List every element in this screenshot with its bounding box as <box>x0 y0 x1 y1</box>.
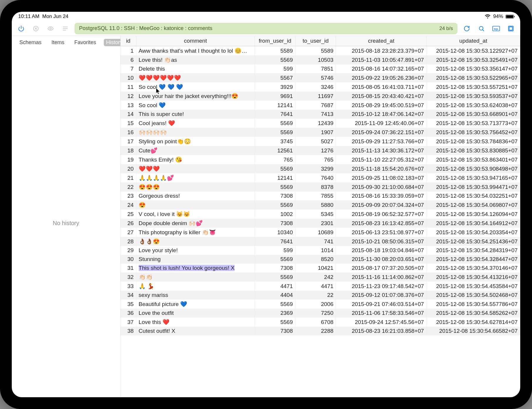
cell-created-at[interactable]: 2015-11-23 09:17:48.542+07 <box>336 282 426 291</box>
cell-to-user-id[interactable]: 10689 <box>295 228 336 237</box>
cell-created-at[interactable]: 2015-11-03 10:05:47.891+07 <box>336 55 426 64</box>
cell-created-at[interactable]: 2015-08-05 16:41:03.711+07 <box>336 82 426 92</box>
cell-to-user-id[interactable]: 22 <box>295 291 336 300</box>
cell-comment[interactable]: 😍 <box>136 200 255 210</box>
cell-from-user-id[interactable]: 7641 <box>255 110 295 119</box>
cell-from-user-id[interactable]: 12561 <box>255 146 295 155</box>
cell-created-at[interactable]: 2015-08-23 16:13:42.855+07 <box>336 219 426 228</box>
cell-to-user-id[interactable]: 7851 <box>295 64 336 73</box>
table-row[interactable]: 14This is super cute!764174132015-10-12 … <box>121 110 520 119</box>
cell-updated-at[interactable]: 2015-12-08 15:30:53.947165+07 <box>426 173 520 182</box>
cell-updated-at[interactable]: 2015-12-08 15:30:54.502468+07 <box>426 291 520 300</box>
cell-comment[interactable]: Love your hair the jacket everything!!!😍 <box>136 92 255 101</box>
cell-id[interactable]: 13 <box>121 101 136 110</box>
cell-to-user-id[interactable]: 1907 <box>295 128 336 137</box>
cell-updated-at[interactable]: 2015-12-08 15:30:54.66582+07 <box>426 327 520 335</box>
cell-created-at[interactable]: 2015-09-24 12:57:45.56+07 <box>336 317 426 327</box>
cell-id[interactable]: 1 <box>121 46 136 56</box>
cell-from-user-id[interactable]: 5569 <box>255 119 295 128</box>
table-row[interactable]: 22😍😍😍556983782015-09-30 21:10:00.684+072… <box>121 182 520 192</box>
cell-updated-at[interactable]: 2015-12-08 15:30:54.251436+07 <box>426 237 520 246</box>
table-row[interactable]: 10❤️❤️❤️❤️❤️❤️556757462015-09-22 19:05:2… <box>121 73 520 82</box>
table-row[interactable]: 24😍556958802015-09-09 20:07:04.324+07201… <box>121 200 520 210</box>
tab-items[interactable]: Items <box>49 39 67 46</box>
cell-from-user-id[interactable]: 5569 <box>255 200 295 210</box>
cell-comment[interactable]: 😍😍😍 <box>136 182 255 192</box>
cell-from-user-id[interactable]: 7641 <box>255 237 295 246</box>
cell-to-user-id[interactable]: 1014 <box>295 246 336 255</box>
cell-to-user-id[interactable]: 8520 <box>295 255 336 264</box>
cell-comment[interactable]: Cutest outfit! X <box>136 327 255 335</box>
cell-to-user-id[interactable]: 7250 <box>295 309 336 317</box>
cell-id[interactable]: 32 <box>121 272 136 282</box>
cell-to-user-id[interactable]: 7687 <box>295 101 336 110</box>
cell-to-user-id[interactable]: 7855 <box>295 192 336 200</box>
cell-comment[interactable]: So cool 💙 <box>136 101 255 110</box>
panels-icon[interactable] <box>506 23 516 34</box>
cell-created-at[interactable]: 2015-11-16 11:14:00.862+07 <box>336 272 426 282</box>
cell-to-user-id[interactable]: 5589 <box>295 46 336 56</box>
cell-comment[interactable]: Delete this <box>136 64 255 73</box>
table-row[interactable]: 16🙌🏻🙌🏻🙌🏻🙌🏻556919072015-09-24 07:36:22.15… <box>121 128 520 137</box>
cell-from-user-id[interactable]: 4471 <box>255 282 295 291</box>
cell-id[interactable]: 27 <box>121 228 136 237</box>
cell-id[interactable]: 16 <box>121 128 136 137</box>
cell-from-user-id[interactable]: 5569 <box>255 272 295 282</box>
cell-to-user-id[interactable]: 11697 <box>295 92 336 101</box>
cell-created-at[interactable]: 2015-11-18 15:54:20.676+07 <box>336 164 426 173</box>
cell-from-user-id[interactable]: 10340 <box>255 228 295 237</box>
cell-updated-at[interactable]: 2015-12-08 15:30:53.908498+07 <box>426 164 520 173</box>
cell-to-user-id[interactable]: 3299 <box>295 164 336 173</box>
cell-updated-at[interactable]: 2015-12-08 15:30:54.284319+07 <box>426 246 520 255</box>
cell-updated-at[interactable]: 2015-12-08 15:30:54.032251+07 <box>426 192 520 200</box>
cell-comment[interactable]: Love the outfit <box>136 309 255 317</box>
cell-comment[interactable]: This photography is killer 👏🏻👅 <box>136 228 255 237</box>
th-updated-at[interactable]: updated_at <box>426 36 520 46</box>
cell-from-user-id[interactable]: 5567 <box>255 73 295 82</box>
cell-id[interactable]: 17 <box>121 137 136 146</box>
cell-id[interactable]: 29 <box>121 246 136 255</box>
cell-comment[interactable]: 👌🏾👌🏾😍 <box>136 237 255 246</box>
cell-id[interactable]: 19 <box>121 155 136 164</box>
cell-to-user-id[interactable]: 2006 <box>295 300 336 309</box>
table-row[interactable]: 36Love the outfit236972502015-11-06 17:5… <box>121 309 520 317</box>
cell-id[interactable]: 25 <box>121 210 136 219</box>
cell-from-user-id[interactable]: 4404 <box>255 291 295 300</box>
cell-created-at[interactable]: 2015-08-19 06:52:32.577+07 <box>336 210 426 219</box>
table-row[interactable]: 30Stunning556985202015-11-30 08:20:03.65… <box>121 255 520 264</box>
cell-updated-at[interactable]: 2015-12-08 15:30:53.784836+07 <box>426 137 520 146</box>
cell-from-user-id[interactable]: 5569 <box>255 128 295 137</box>
table-row[interactable]: 31This shot is lush! You look gorgeous! … <box>121 264 520 272</box>
cell-created-at[interactable]: 2015-09-25 11:08:02.183+07 <box>336 173 426 182</box>
cell-id[interactable]: 12 <box>121 92 136 101</box>
cell-updated-at[interactable]: 2015-12-08 15:30:53.325491+07 <box>426 55 520 64</box>
cell-from-user-id[interactable]: 5569 <box>255 164 295 173</box>
cell-updated-at[interactable]: 2015-12-08 15:30:54.370146+07 <box>426 264 520 272</box>
cell-to-user-id[interactable]: 5345 <box>295 210 336 219</box>
table-row[interactable]: 33🙏 💃447144712015-11-23 09:17:48.542+072… <box>121 282 520 291</box>
table-row[interactable]: 12Love your hair the jacket everything!!… <box>121 92 520 101</box>
cell-created-at[interactable]: 2015-11-10 22:27:05.312+07 <box>336 155 426 164</box>
cell-updated-at[interactable]: 2015-12-08 15:30:54.069807+07 <box>426 200 520 210</box>
table-row[interactable]: 19Thanks Emily! 😘7657652015-11-10 22:27:… <box>121 155 520 164</box>
cell-to-user-id[interactable]: 7413 <box>295 110 336 119</box>
cell-comment[interactable]: Cool jeans! ❤️ <box>136 119 255 128</box>
cell-id[interactable]: 36 <box>121 309 136 317</box>
th-id[interactable]: id <box>121 36 136 46</box>
cell-comment[interactable]: 🙏🙏🙏🙏💕 <box>136 173 255 182</box>
cell-updated-at[interactable]: 2015-12-08 15:30:53.756452+07 <box>426 128 520 137</box>
cell-from-user-id[interactable]: 3745 <box>255 137 295 146</box>
sql-icon[interactable]: SQL <box>491 23 501 34</box>
cell-id[interactable]: 23 <box>121 192 136 200</box>
cell-updated-at[interactable]: 2015-12-08 15:30:54.413216+07 <box>426 272 520 282</box>
refresh-icon[interactable] <box>461 23 472 34</box>
cell-to-user-id[interactable]: 10503 <box>295 55 336 64</box>
cell-comment[interactable]: ❤️❤️❤️❤️❤️❤️ <box>136 73 255 82</box>
cell-id[interactable]: 22 <box>121 182 136 192</box>
cell-to-user-id[interactable]: 765 <box>295 155 336 164</box>
cell-from-user-id[interactable]: 9691 <box>255 92 295 101</box>
cell-updated-at[interactable]: 2015-12-08 15:30:54.164912+07 <box>426 219 520 228</box>
cell-to-user-id[interactable]: 5880 <box>295 200 336 210</box>
cell-id[interactable]: 28 <box>121 237 136 246</box>
cell-created-at[interactable]: 2015-11-30 08:20:03.651+07 <box>336 255 426 264</box>
